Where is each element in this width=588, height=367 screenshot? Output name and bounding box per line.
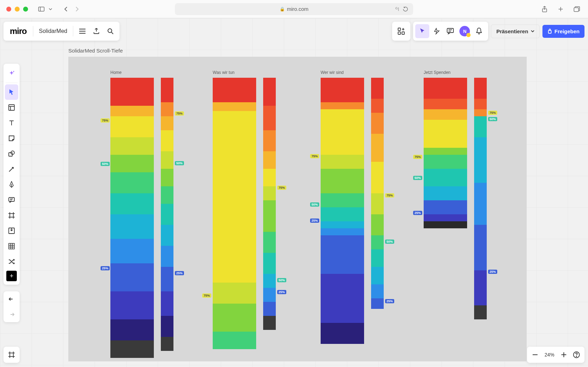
share-sheet-icon[interactable] xyxy=(540,4,549,14)
scroll-badge: 25% xyxy=(413,211,422,215)
miro-frame[interactable]: SolidarMed Scroll-Tiefe Home xyxy=(68,57,527,361)
svg-rect-39 xyxy=(9,243,14,249)
more-tools-button[interactable]: + xyxy=(6,271,17,281)
scroll-badge: 25% xyxy=(488,270,497,274)
notifications-button[interactable] xyxy=(472,24,486,38)
present-button[interactable]: Präsentieren xyxy=(491,25,540,38)
scroll-heatmap-wide: 75% xyxy=(213,78,256,349)
scroll-badge: 50% xyxy=(277,278,286,282)
sidebar-toggle-icon[interactable] xyxy=(36,4,46,14)
help-button[interactable] xyxy=(571,349,582,360)
scroll-badge: 50% xyxy=(175,161,184,165)
table-tool-button[interactable] xyxy=(4,238,20,254)
window-maximize-button[interactable] xyxy=(23,7,28,12)
line-tool-button[interactable] xyxy=(4,161,20,177)
scroll-badge: 75% xyxy=(385,193,394,198)
apps-box xyxy=(392,22,410,41)
chevron-down-icon[interactable] xyxy=(48,4,53,14)
zoom-out-button[interactable] xyxy=(530,349,540,360)
page-title-label: Jetzt Spenden xyxy=(424,70,487,75)
scroll-badge: 75% xyxy=(277,186,286,190)
scroll-heatmap-narrow: 75% 50% 25% xyxy=(263,78,276,330)
frame-title[interactable]: SolidarMed Scroll-Tiefe xyxy=(68,48,123,54)
scroll-badge: 75% xyxy=(202,293,211,298)
svg-rect-21 xyxy=(9,105,14,110)
undo-button[interactable] xyxy=(4,291,20,307)
shape-tool-button[interactable] xyxy=(4,146,20,161)
browser-chrome: 🔒 miro.com ᴳ⁞ xyxy=(0,0,588,18)
zoom-in-button[interactable] xyxy=(559,349,569,360)
svg-point-20 xyxy=(13,71,14,72)
svg-rect-12 xyxy=(398,32,401,34)
svg-rect-0 xyxy=(39,7,44,11)
window-close-button[interactable] xyxy=(6,7,11,12)
traffic-lights xyxy=(6,7,28,12)
nav-back-button[interactable] xyxy=(61,4,71,14)
new-tab-icon[interactable] xyxy=(556,4,566,14)
svg-line-28 xyxy=(9,167,13,172)
scroll-badge: 50% xyxy=(385,240,394,244)
miro-logo[interactable]: miro xyxy=(6,26,31,36)
add-widget-button[interactable] xyxy=(394,24,408,38)
zoom-controls: 24% xyxy=(527,347,584,363)
page-title-label: Was wir tun xyxy=(213,70,276,75)
search-button[interactable] xyxy=(103,24,117,38)
board-header-toolbar: miro SolidarMed xyxy=(4,22,119,41)
comment-tool-button[interactable] xyxy=(4,192,20,208)
scroll-badge: 50% xyxy=(101,162,110,166)
pen-tool-button[interactable] xyxy=(4,177,20,192)
comments-button[interactable] xyxy=(443,24,457,38)
undo-redo-box xyxy=(4,291,20,322)
scroll-badge: 75% xyxy=(101,118,110,123)
svg-rect-13 xyxy=(402,32,404,34)
main-menu-button[interactable] xyxy=(75,24,89,38)
url-bar[interactable]: 🔒 miro.com ᴳ⁞ xyxy=(175,3,413,15)
collab-box: N xyxy=(413,22,488,41)
page-group-waswirtun: Was wir tun 75% xyxy=(213,70,276,349)
templates-tool-button[interactable] xyxy=(4,100,20,115)
reactions-button[interactable] xyxy=(429,24,443,38)
svg-rect-5 xyxy=(574,8,579,12)
zoom-level[interactable]: 24% xyxy=(542,352,556,358)
page-title-label: Home xyxy=(110,70,173,75)
page-group-home: Home 75% 50% xyxy=(110,70,173,358)
svg-rect-30 xyxy=(9,198,14,201)
page-group-jetztspenden: Jetzt Spenden 75% 50% 25% xyxy=(424,70,487,319)
share-button[interactable]: Freigeben xyxy=(542,25,584,38)
export-button[interactable] xyxy=(89,24,103,38)
scroll-heatmap-wide: 75% 50% 25% xyxy=(321,78,364,344)
frames-panel-button[interactable] xyxy=(4,347,20,363)
board-name[interactable]: SolidarMed xyxy=(35,28,71,34)
miro-canvas-area[interactable]: miro SolidarMed xyxy=(0,18,588,367)
text-tool-button[interactable] xyxy=(4,115,20,131)
ai-tool-button[interactable] xyxy=(4,66,20,81)
window-minimize-button[interactable] xyxy=(15,7,20,12)
select-mode-button[interactable] xyxy=(415,24,429,38)
reload-icon[interactable] xyxy=(403,6,408,12)
svg-point-9 xyxy=(108,29,112,33)
translate-icon[interactable]: ᴳ⁞ xyxy=(395,6,399,12)
nav-forward-button[interactable] xyxy=(72,4,82,14)
scroll-badge: 25% xyxy=(310,219,319,223)
redo-button[interactable] xyxy=(4,307,20,322)
sticky-note-tool-button[interactable] xyxy=(4,131,20,146)
scroll-badge: 50% xyxy=(413,176,422,180)
svg-rect-11 xyxy=(398,28,401,30)
frame-tool-button[interactable] xyxy=(4,208,20,223)
upload-tool-button[interactable] xyxy=(4,223,20,238)
user-avatar[interactable]: N xyxy=(459,26,470,36)
divider xyxy=(73,26,73,36)
divider xyxy=(33,26,33,36)
scroll-badge: 25% xyxy=(277,290,286,294)
scroll-badge: 75% xyxy=(413,155,422,159)
shuffle-tool-button[interactable] xyxy=(4,254,20,269)
select-tool-button[interactable] xyxy=(5,84,18,100)
scroll-badge: 25% xyxy=(385,299,394,303)
tab-overview-icon[interactable] xyxy=(572,4,582,14)
scroll-heatmap-wide: 75% 50% 25% xyxy=(424,78,467,228)
scroll-heatmap-narrow: 75% 50% 25% xyxy=(161,78,173,351)
lock-icon: 🔒 xyxy=(280,7,285,12)
svg-rect-16 xyxy=(447,28,453,33)
scroll-badge: 75% xyxy=(175,111,184,116)
svg-rect-19 xyxy=(548,30,551,33)
